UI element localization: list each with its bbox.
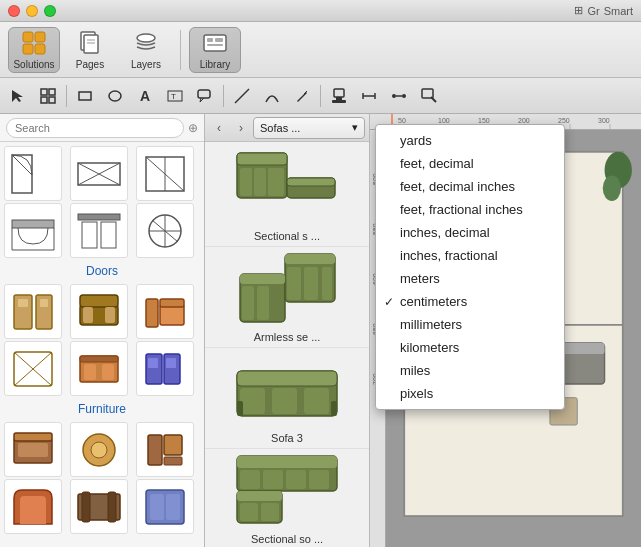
textbox-tool[interactable]: T	[161, 82, 189, 110]
grid-icon: ⊞	[574, 4, 583, 17]
list-item[interactable]	[70, 146, 128, 201]
list-item[interactable]	[70, 341, 128, 396]
connect-tool[interactable]	[385, 82, 413, 110]
list-item[interactable]	[70, 479, 128, 534]
svg-rect-61	[160, 305, 184, 325]
zoom-tool[interactable]	[415, 82, 443, 110]
dropdown-item[interactable]: yards	[376, 129, 564, 152]
svg-rect-80	[164, 435, 182, 455]
tool-sep-3	[320, 85, 321, 107]
svg-rect-60	[146, 299, 158, 327]
svg-point-18	[109, 91, 121, 101]
solutions-button[interactable]: Solutions	[8, 27, 60, 73]
list-item[interactable]	[4, 146, 62, 201]
nav-back-button[interactable]: ‹	[209, 118, 229, 138]
dropdown-item[interactable]: feet, fractional inches	[376, 198, 564, 221]
filter-icon[interactable]: ⊕	[188, 121, 198, 135]
list-item[interactable]	[136, 479, 194, 534]
svg-rect-0	[23, 32, 33, 42]
list-item[interactable]	[136, 203, 194, 258]
svg-rect-90	[237, 153, 287, 165]
dropdown-item[interactable]: feet, decimal	[376, 152, 564, 175]
list-item[interactable]: Armless se ...	[205, 247, 369, 348]
middle-panel: ‹ › Sofas ... ▾	[205, 114, 370, 547]
dropdown-item[interactable]: inches, decimal	[376, 221, 564, 244]
search-input[interactable]	[6, 118, 184, 138]
rect-tool[interactable]	[71, 82, 99, 110]
list-item[interactable]	[136, 422, 194, 477]
svg-rect-117	[286, 470, 306, 489]
library-nav: ‹ › Sofas ... ▾	[205, 114, 369, 142]
line-tool[interactable]	[228, 82, 256, 110]
list-item[interactable]	[4, 479, 62, 534]
svg-rect-17	[79, 92, 91, 100]
minimize-button[interactable]	[26, 5, 38, 17]
symbol-grid: Doors	[0, 142, 204, 538]
list-item[interactable]	[136, 341, 194, 396]
dropdown-item[interactable]: meters	[376, 267, 564, 290]
stamp-tool[interactable]	[325, 82, 353, 110]
callout-tool[interactable]	[191, 82, 219, 110]
svg-rect-108	[304, 388, 329, 414]
svg-text:T: T	[171, 92, 176, 101]
list-item[interactable]: Sofa 3	[205, 348, 369, 449]
list-item-label: Sofa 3	[271, 430, 303, 446]
svg-rect-115	[240, 470, 260, 489]
dropdown-item[interactable]: pixels	[376, 382, 564, 405]
library-dropdown[interactable]: Sofas ... ▾	[253, 117, 365, 139]
left-panel: ⊕	[0, 114, 205, 547]
dropdown-item[interactable]: inches, fractional	[376, 244, 564, 267]
svg-text:300: 300	[598, 117, 610, 124]
list-item[interactable]	[4, 284, 62, 339]
arc-tool[interactable]	[258, 82, 286, 110]
list-item[interactable]	[136, 146, 194, 201]
list-item[interactable]	[4, 422, 62, 477]
layers-label: Layers	[131, 59, 161, 70]
svg-rect-55	[40, 299, 48, 307]
svg-rect-12	[207, 44, 223, 46]
arrow-tool[interactable]	[4, 82, 32, 110]
svg-rect-67	[80, 356, 118, 362]
list-item[interactable]: Sectional s ...	[205, 146, 369, 247]
text-tool[interactable]: A	[131, 82, 159, 110]
svg-point-8	[137, 34, 155, 42]
svg-rect-116	[263, 470, 283, 489]
measure-tool[interactable]	[355, 82, 383, 110]
dropdown-item[interactable]: millimeters	[376, 313, 564, 336]
grid-tool[interactable]	[34, 82, 62, 110]
pages-button[interactable]: Pages	[64, 27, 116, 73]
library-item-image	[227, 350, 347, 430]
search-bar: ⊕	[0, 114, 204, 142]
svg-rect-36	[12, 155, 32, 193]
list-item[interactable]	[4, 203, 62, 258]
svg-rect-113	[237, 456, 337, 468]
dropdown-item[interactable]: kilometers	[376, 336, 564, 359]
pen-tool[interactable]	[288, 82, 316, 110]
list-item-label: Armless se ...	[254, 329, 321, 345]
svg-rect-54	[18, 299, 28, 307]
svg-point-31	[392, 94, 396, 98]
list-item[interactable]: Sectional so ...	[205, 449, 369, 547]
list-item[interactable]	[70, 422, 128, 477]
svg-rect-102	[304, 267, 318, 300]
svg-rect-47	[101, 222, 116, 248]
close-button[interactable]	[8, 5, 20, 17]
maximize-button[interactable]	[44, 5, 56, 17]
svg-rect-99	[242, 286, 254, 320]
dropdown-item[interactable]: feet, decimal inches	[376, 175, 564, 198]
svg-rect-68	[84, 364, 96, 380]
svg-rect-119	[240, 503, 258, 521]
list-item[interactable]	[70, 284, 128, 339]
nav-forward-button[interactable]: ›	[231, 118, 251, 138]
layers-icon	[132, 29, 160, 57]
list-item[interactable]	[136, 284, 194, 339]
list-item[interactable]	[70, 203, 128, 258]
oval-tool[interactable]	[101, 82, 129, 110]
list-item[interactable]	[4, 341, 62, 396]
svg-rect-94	[268, 168, 284, 196]
library-button[interactable]: Library	[189, 27, 241, 73]
svg-rect-114	[237, 491, 282, 501]
dropdown-item[interactable]: miles	[376, 359, 564, 382]
dropdown-item[interactable]: centimeters	[376, 290, 564, 313]
layers-button[interactable]: Layers	[120, 27, 172, 73]
